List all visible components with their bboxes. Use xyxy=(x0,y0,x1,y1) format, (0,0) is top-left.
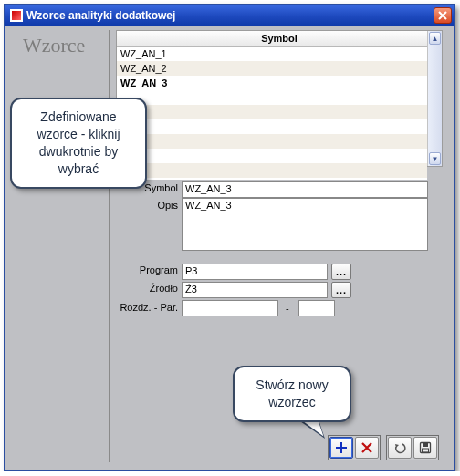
toolbar-group-edit xyxy=(328,435,381,460)
callout-create: Stwórz nowy wzorzec xyxy=(233,366,351,422)
client-area: Wzorce Symbol WZ_AN_1 WZ_AN_2 WZ_AN_3 ▲ … xyxy=(5,26,454,470)
symbol-value: WZ_AN_3 xyxy=(185,183,232,194)
window-title: Wzorce analityki dodatkowej xyxy=(26,9,434,22)
rozdz-label: Rozdz. - Par. xyxy=(105,302,178,313)
patterns-heading: Wzorce xyxy=(23,34,85,57)
list-filler xyxy=(117,90,427,180)
opis-field[interactable]: WZ_AN_3 xyxy=(182,198,428,251)
program-value: P3 xyxy=(185,265,197,276)
callout-patterns: Zdefiniowane wzorce - kliknij dwukrotnie… xyxy=(10,98,147,189)
list-body: WZ_AN_1 WZ_AN_2 WZ_AN_3 xyxy=(117,47,427,180)
program-label: Program xyxy=(114,264,178,275)
zrodlo-browse-button[interactable]: ... xyxy=(331,282,351,298)
opis-value: WZ_AN_3 xyxy=(185,200,232,211)
undo-icon xyxy=(393,441,406,454)
divider xyxy=(109,30,110,462)
zrodlo-field[interactable]: Ź3 xyxy=(182,282,328,298)
add-button[interactable] xyxy=(329,437,353,459)
dash-label: - xyxy=(286,303,289,314)
program-field[interactable]: P3 xyxy=(182,264,328,280)
floppy-icon xyxy=(419,441,432,454)
x-icon xyxy=(361,441,373,454)
program-browse-button[interactable]: ... xyxy=(331,264,351,280)
undo-button[interactable] xyxy=(388,437,412,459)
scrollbar[interactable]: ▲ ▼ xyxy=(427,31,442,166)
svg-rect-2 xyxy=(423,449,429,452)
delete-button[interactable] xyxy=(355,437,379,459)
symbol-field[interactable]: WZ_AN_3 xyxy=(182,181,428,198)
save-button[interactable] xyxy=(413,437,437,459)
bottom-toolbar xyxy=(328,435,439,460)
titlebar[interactable]: Wzorce analityki dodatkowej xyxy=(5,5,454,26)
list-item[interactable]: WZ_AN_2 xyxy=(117,61,427,76)
patterns-list[interactable]: Symbol WZ_AN_1 WZ_AN_2 WZ_AN_3 ▲ ▼ xyxy=(116,30,443,167)
scroll-down-button[interactable]: ▼ xyxy=(429,152,441,165)
svg-rect-1 xyxy=(423,443,428,447)
opis-label: Opis xyxy=(114,200,178,211)
plus-icon xyxy=(335,441,348,454)
dialog-window: Wzorce analityki dodatkowej Wzorce Symbo… xyxy=(4,4,455,471)
zrodlo-value: Ź3 xyxy=(185,284,197,295)
rozdz-field[interactable] xyxy=(182,300,278,316)
close-button[interactable] xyxy=(434,7,452,24)
zrodlo-label: Źródło xyxy=(114,283,178,294)
toolbar-group-save xyxy=(386,435,439,460)
list-item[interactable]: WZ_AN_3 xyxy=(117,76,427,90)
scroll-up-button[interactable]: ▲ xyxy=(429,32,441,45)
close-icon xyxy=(438,11,447,20)
list-header-symbol[interactable]: Symbol xyxy=(117,31,442,47)
list-item[interactable]: WZ_AN_1 xyxy=(117,47,427,61)
par-field[interactable] xyxy=(298,300,335,316)
app-icon xyxy=(10,9,23,22)
